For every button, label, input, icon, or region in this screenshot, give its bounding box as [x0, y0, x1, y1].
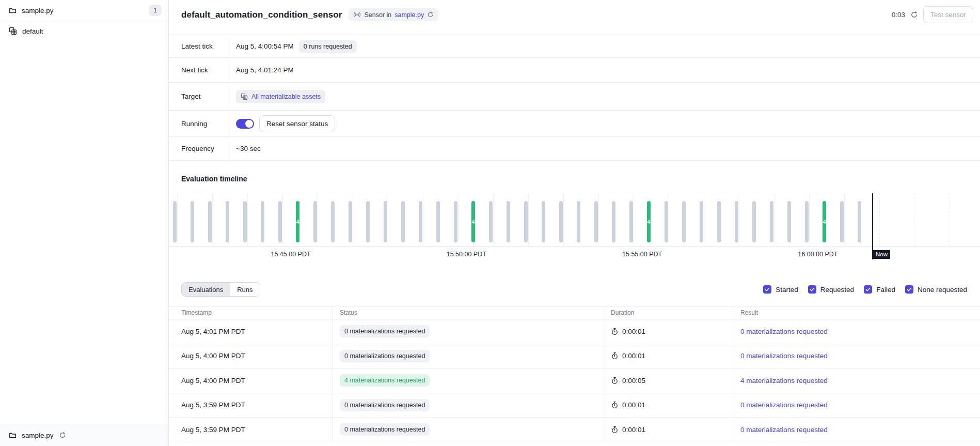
evaluation-result-link[interactable]: 0 materializations requested [740, 426, 828, 434]
tick-bar-none-requested[interactable] [559, 201, 563, 242]
tick-bar-none-requested[interactable] [542, 201, 545, 242]
timeline-axis-label: 15:55:00 PDT [622, 251, 662, 258]
tick-bar-none-requested[interactable] [436, 201, 440, 242]
checkbox-checked-icon[interactable] [864, 285, 872, 294]
evaluation-result-link[interactable]: 4 materializations requested [740, 377, 828, 385]
tick-bar-none-requested[interactable] [507, 201, 510, 242]
tick-bar-none-requested[interactable] [805, 201, 809, 242]
refresh-icon[interactable] [427, 11, 434, 18]
tick-bar-none-requested[interactable] [278, 201, 282, 242]
tick-bar-none-requested[interactable] [489, 201, 493, 242]
evaluation-status-badge: 0 materializations requested [340, 350, 430, 362]
filter-group: StartedRequestedFailedNone requested [763, 285, 967, 294]
checkbox-checked-icon[interactable] [763, 285, 771, 294]
tab-evaluations[interactable]: Evaluations [182, 283, 230, 296]
target-assets-link[interactable]: All materializable assets [251, 93, 321, 100]
timeline-gridline [634, 193, 634, 247]
timeline-axis-label: 16:00:00 PDT [798, 251, 837, 258]
detail-row-next-tick: Next tick Aug 5, 4:01:24 PM [169, 58, 980, 83]
tick-bar-none-requested[interactable] [682, 201, 686, 242]
evaluation-row: Aug 5, 4:01 PM PDT0 materializations req… [169, 319, 980, 344]
sidebar-item-label: sample.py [22, 7, 54, 14]
column-header-timestamp: Timestamp [169, 306, 333, 319]
timeline-gridline [563, 193, 564, 247]
tick-bar-none-requested[interactable] [717, 201, 721, 242]
sidebar-footer-code-location[interactable]: sample.py [0, 424, 168, 446]
filter-started[interactable]: Started [763, 285, 798, 294]
tick-bar-none-requested[interactable] [665, 201, 668, 242]
tick-bar-none-requested[interactable] [243, 201, 247, 242]
evaluation-duration: 0:00:05 [622, 377, 645, 385]
tick-bar-none-requested[interactable] [735, 201, 738, 242]
sidebar-item-default[interactable]: default [0, 21, 168, 41]
tick-bar-none-requested[interactable] [349, 201, 352, 242]
frequency-value: ~30 sec [236, 145, 261, 152]
timeline-gridline [212, 193, 213, 247]
tick-bar-none-requested[interactable] [313, 201, 317, 242]
tick-bar-none-requested[interactable] [858, 201, 861, 242]
tick-bar-none-requested[interactable] [629, 201, 633, 242]
tick-bar-none-requested[interactable] [331, 201, 335, 242]
test-sensor-button[interactable]: Test sensor [923, 6, 973, 23]
sidebar-item-label: default [22, 27, 43, 35]
column-header-result: Result [735, 306, 980, 319]
evaluation-row: Aug 5, 3:59 PM PDT0 materializations req… [169, 393, 980, 418]
filter-label: Requested [820, 286, 854, 294]
filter-requested[interactable]: Requested [808, 285, 854, 294]
timeline-gridline [809, 193, 810, 247]
tick-bar-none-requested[interactable] [577, 201, 580, 242]
evaluation-duration-cell: 0:00:01 [604, 393, 735, 418]
tick-bar-none-requested[interactable] [594, 201, 598, 242]
tick-bar-none-requested[interactable] [454, 201, 457, 242]
stopwatch-icon [611, 328, 619, 335]
evaluation-row: Aug 5, 3:59 PM PDT0 materializations req… [169, 418, 980, 442]
refresh-icon[interactable] [59, 432, 66, 439]
evaluation-result-link[interactable]: 0 materializations requested [740, 401, 828, 409]
tick-bar-none-requested[interactable] [261, 201, 264, 242]
detail-label: Frequency [169, 137, 229, 160]
evaluation-duration-cell: 0:00:01 [604, 344, 735, 368]
filter-none-requested[interactable]: None requested [905, 285, 967, 294]
tick-bar-requested[interactable]: 4 [823, 201, 826, 242]
checkbox-checked-icon[interactable] [808, 285, 816, 294]
timeline-gridline [598, 193, 599, 247]
tick-bar-none-requested[interactable] [419, 201, 422, 242]
filter-failed[interactable]: Failed [864, 285, 895, 294]
tick-bar-none-requested[interactable] [752, 201, 756, 242]
running-toggle[interactable] [236, 119, 254, 129]
tab-runs[interactable]: Runs [230, 283, 259, 296]
timeline-gridline [177, 193, 178, 247]
asset-group-icon [241, 93, 248, 100]
evaluation-status-cell: 4 materializations requested [333, 368, 604, 393]
timeline-gridline [458, 193, 459, 247]
sensor-context-badge: Sensor in sample.py [349, 8, 438, 21]
timeline-gridline [704, 193, 704, 247]
tick-bar-none-requested[interactable] [787, 201, 791, 242]
tick-bar-requested[interactable]: 4 [296, 201, 299, 242]
tick-bar-none-requested[interactable] [700, 201, 703, 242]
tick-bar-none-requested[interactable] [401, 201, 405, 242]
target-assets-chip[interactable]: All materializable assets [236, 90, 325, 103]
evaluation-duration-cell: 0:00:01 [604, 319, 735, 344]
tick-bar-none-requested[interactable] [366, 201, 370, 242]
latest-tick-badge: 0 runs requested [299, 40, 357, 53]
context-badge-link[interactable]: sample.py [394, 11, 424, 19]
refresh-icon[interactable] [910, 11, 918, 19]
tick-bar-none-requested[interactable] [612, 201, 615, 242]
evaluation-result-link[interactable]: 0 materializations requested [740, 352, 828, 360]
tick-bar-none-requested[interactable] [840, 201, 844, 242]
tick-bar-none-requested[interactable] [226, 201, 229, 242]
tick-bar-none-requested[interactable] [384, 201, 387, 242]
sidebar-item-sample-py[interactable]: sample.py 1 [0, 0, 168, 21]
tick-bar-none-requested[interactable] [524, 201, 528, 242]
reset-sensor-status-button[interactable]: Reset sensor status [259, 115, 335, 132]
tick-bar-requested[interactable]: 4 [471, 201, 475, 242]
evaluation-duration: 0:00:01 [622, 426, 645, 434]
tick-bar-requested[interactable]: 4 [647, 201, 651, 242]
evaluation-result-link[interactable]: 0 materializations requested [740, 328, 828, 335]
tick-bar-none-requested[interactable] [191, 201, 194, 242]
checkbox-checked-icon[interactable] [905, 285, 913, 294]
tick-bar-none-requested[interactable] [770, 201, 773, 242]
tick-bar-none-requested[interactable] [173, 201, 177, 242]
tick-bar-none-requested[interactable] [208, 201, 212, 242]
